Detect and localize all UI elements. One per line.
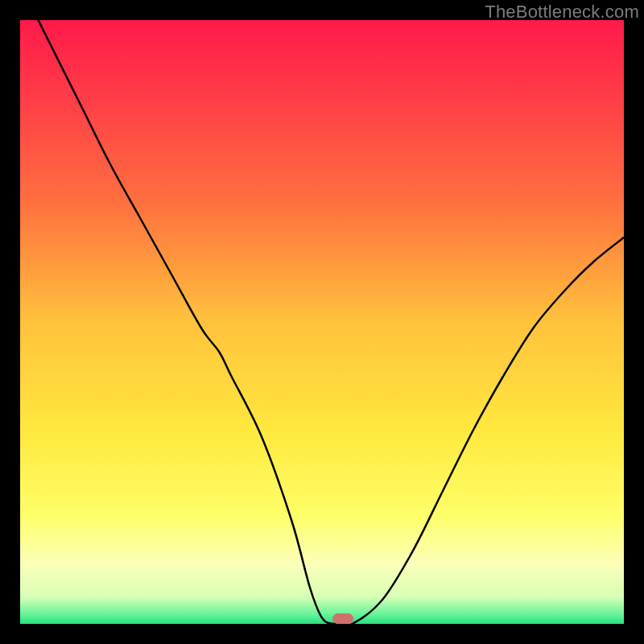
optimal-marker [332,613,353,625]
bottleneck-curve [39,20,625,624]
curve-layer [20,20,624,624]
chart-frame: TheBottleneck.com [0,0,644,644]
plot-area [20,20,624,624]
watermark-text: TheBottleneck.com [485,2,639,23]
